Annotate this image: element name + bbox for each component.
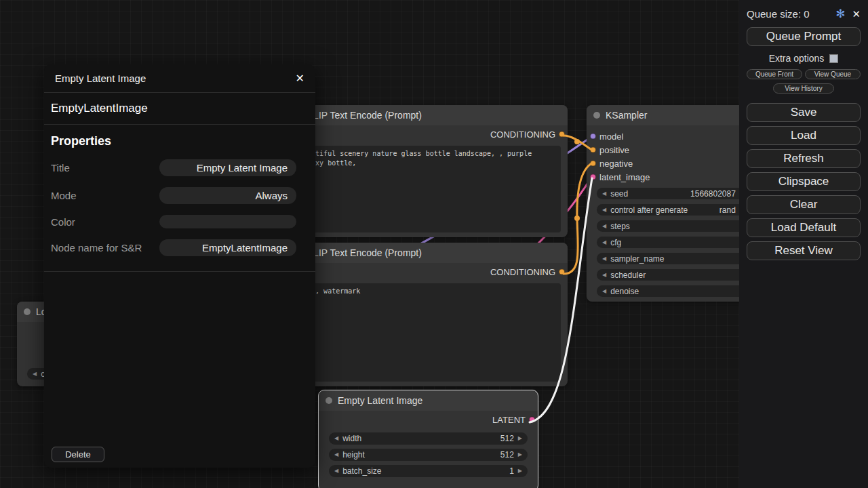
latent-image-input-port[interactable] xyxy=(590,174,596,180)
node-clip-text-encode-positive[interactable]: CLIP Text Encode (Prompt) CONDITIONING b… xyxy=(288,105,568,237)
field-node-name-snr: Node name for S&R EmptyLatentImage xyxy=(51,239,296,256)
widget-value: rand xyxy=(719,205,736,215)
node-titlebar[interactable]: CLIP Text Encode (Prompt) xyxy=(288,105,568,125)
decrement-arrow-icon[interactable]: ◀ xyxy=(602,272,606,278)
node-titlebar[interactable]: KSampler xyxy=(587,105,760,125)
conditioning-output-port[interactable] xyxy=(559,269,565,275)
increment-arrow-icon[interactable]: ▶ xyxy=(518,436,522,441)
save-button[interactable]: Save xyxy=(747,103,861,122)
close-icon[interactable]: ✕ xyxy=(296,72,304,85)
mode-select[interactable]: Always xyxy=(159,187,296,204)
decrement-arrow-icon[interactable]: ◀ xyxy=(602,191,606,197)
widget-name: steps xyxy=(610,222,630,231)
node-properties-dialog: Empty Latent Image ✕ EmptyLatentImage Pr… xyxy=(44,64,315,468)
decrement-arrow-icon[interactable]: ◀ xyxy=(602,256,606,262)
widget-batch-size[interactable]: ◀ batch_size 1 ▶ xyxy=(329,465,528,477)
collapse-dot-icon[interactable] xyxy=(593,112,600,119)
increment-arrow-icon[interactable]: ▶ xyxy=(518,452,522,458)
input-row-negative: negative xyxy=(587,157,760,170)
field-color: Color xyxy=(51,215,296,228)
queue-front-button[interactable]: Queue Front xyxy=(747,69,802,79)
node-titlebar[interactable]: Empty Latent Image xyxy=(319,390,538,411)
load-button[interactable]: Load xyxy=(747,126,861,145)
color-input[interactable] xyxy=(159,215,296,228)
widget-width[interactable]: ◀ width 512 ▶ xyxy=(329,432,528,445)
clear-button[interactable]: Clear xyxy=(747,195,861,214)
widget-name: scheduler xyxy=(610,270,646,280)
negative-input-port[interactable] xyxy=(590,161,596,167)
menu-header: Queue size: 0 ✻ ✕ xyxy=(747,7,861,21)
comfyui-menu-panel: Queue size: 0 ✻ ✕ Queue Prompt Extra opt… xyxy=(739,0,868,488)
input-row-positive: positive xyxy=(587,143,760,157)
field-label: Node name for S&R xyxy=(51,242,159,253)
node-title: Empty Latent Image xyxy=(338,395,422,406)
widget-seed[interactable]: ◀ seed 1566802087 ▶ xyxy=(597,188,749,199)
output-label: LATENT xyxy=(492,415,526,425)
field-label: Title xyxy=(51,162,159,174)
decrement-arrow-icon[interactable]: ◀ xyxy=(334,452,338,458)
latent-output-port[interactable] xyxy=(529,417,535,423)
widget-denoise[interactable]: ◀ denoise ▶ xyxy=(597,285,749,297)
widget-scheduler[interactable]: ◀ scheduler ▶ xyxy=(597,269,749,281)
widget-control-after-generate[interactable]: ◀ control after generate rand ▶ xyxy=(597,204,749,216)
decrement-arrow-icon[interactable]: ◀ xyxy=(602,224,606,229)
reset-view-button[interactable]: Reset View xyxy=(747,241,861,260)
field-mode: Mode Always xyxy=(51,187,296,204)
decrement-arrow-icon[interactable]: ◀ xyxy=(602,207,606,213)
prompt-textarea[interactable]: beautiful scenery nature glass bottle la… xyxy=(294,146,561,232)
widget-name: batch_size xyxy=(342,466,381,476)
widget-value: 1566802087 xyxy=(690,189,736,199)
load-default-button[interactable]: Load Default xyxy=(747,218,861,237)
output-row-latent: LATENT xyxy=(319,411,538,428)
dialog-titlebar[interactable]: Empty Latent Image ✕ xyxy=(44,64,315,93)
widget-height[interactable]: ◀ height 512 ▶ xyxy=(329,449,528,461)
menu-actions: Save Load Refresh Clipspace Clear Load D… xyxy=(747,103,861,260)
widget-name: width xyxy=(342,434,361,443)
decrement-arrow-icon[interactable]: ◀ xyxy=(602,289,606,294)
view-queue-button[interactable]: View Queue xyxy=(805,69,861,79)
queue-prompt-button[interactable]: Queue Prompt xyxy=(747,27,861,46)
node-title: CLIP Text Encode (Prompt) xyxy=(307,110,422,121)
delete-button[interactable]: Delete xyxy=(52,447,104,462)
snr-name-input[interactable]: EmptyLatentImage xyxy=(159,239,296,256)
positive-input-port[interactable] xyxy=(590,147,596,153)
conditioning-output-port[interactable] xyxy=(559,131,565,138)
input-label: model xyxy=(599,131,623,142)
decrement-arrow-icon[interactable]: ◀ xyxy=(334,436,338,441)
widget-name: height xyxy=(342,450,365,460)
field-title: Title Empty Latent Image xyxy=(51,159,296,176)
decrement-arrow-icon[interactable]: ◀ xyxy=(33,371,37,377)
field-label: Mode xyxy=(51,190,159,201)
increment-arrow-icon[interactable]: ▶ xyxy=(518,468,522,474)
widget-cfg[interactable]: ◀ cfg ▶ xyxy=(597,237,749,248)
collapse-dot-icon[interactable] xyxy=(326,397,332,404)
node-titlebar[interactable]: CLIP Text Encode (Prompt) xyxy=(288,243,568,263)
decrement-arrow-icon[interactable]: ◀ xyxy=(334,468,338,474)
settings-gear-icon[interactable]: ✻ xyxy=(835,7,845,21)
decrement-arrow-icon[interactable]: ◀ xyxy=(602,240,606,245)
prompt-textarea[interactable]: text, watermark xyxy=(294,283,561,382)
widget-name: control after generate xyxy=(610,205,688,215)
widget-sampler-name[interactable]: ◀ sampler_name ▶ xyxy=(597,253,749,264)
node-ksampler[interactable]: KSampler model positive negative latent_… xyxy=(587,105,760,302)
input-label: positive xyxy=(599,145,629,155)
node-type-label: EmptyLatentImage xyxy=(44,93,315,125)
widget-steps[interactable]: ◀ steps ▶ xyxy=(597,220,749,232)
queue-controls-row: Queue Front View Queue xyxy=(747,69,861,79)
widget-name: seed xyxy=(610,189,628,199)
node-empty-latent-image[interactable]: Empty Latent Image LATENT ◀ width 512 ▶ … xyxy=(319,390,538,488)
extra-options-checkbox[interactable] xyxy=(829,54,838,63)
widget-name: cfg xyxy=(610,238,621,247)
wire-midpoint-dot xyxy=(574,139,580,144)
close-icon[interactable]: ✕ xyxy=(852,8,861,20)
view-history-button[interactable]: View History xyxy=(773,83,834,94)
refresh-button[interactable]: Refresh xyxy=(747,149,861,168)
model-input-port[interactable] xyxy=(590,134,596,140)
title-input[interactable]: Empty Latent Image xyxy=(159,159,296,176)
extra-options-label: Extra options xyxy=(769,53,825,64)
node-clip-text-encode-negative[interactable]: CLIP Text Encode (Prompt) CONDITIONING t… xyxy=(288,243,568,386)
clipspace-button[interactable]: Clipspace xyxy=(747,172,861,191)
node-title: CLIP Text Encode (Prompt) xyxy=(307,247,422,258)
collapse-dot-icon[interactable] xyxy=(24,308,31,315)
queue-size-label: Queue size: 0 xyxy=(747,8,829,20)
